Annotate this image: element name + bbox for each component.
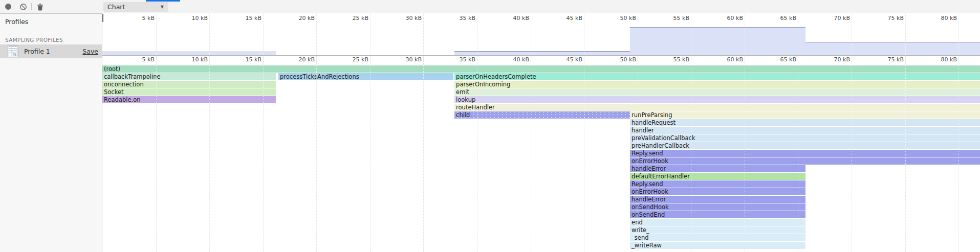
overview-area-step [630,27,805,55]
overview-axis-label: 50 kB [606,15,636,21]
overview-axis-label: 30 kB [392,15,422,21]
overview-cursor[interactable] [102,14,103,22]
grid-dash-overlay [370,65,371,252]
flame-segment[interactable]: handler [630,127,980,134]
overview-axis-label: 10 kB [178,15,208,21]
chart-axis-label: 75 kB [874,56,904,63]
overview-axis-label: 5 kB [125,15,155,21]
flame-segment[interactable]: Reply.send [630,150,980,157]
flame-segment[interactable]: end [630,219,805,226]
flame-segment[interactable]: processTicksAndRejections [278,73,453,80]
grid-line [477,13,477,55]
flame-segment[interactable]: lookup [454,96,980,103]
clear-glyph [19,3,27,11]
toolbar: Chart ▼ [0,0,980,14]
grid-line [423,13,424,55]
flame-segment[interactable]: Socket [102,88,276,96]
save-profile-link[interactable]: Save [82,48,98,55]
flame-segment[interactable]: preValidationCallback [630,134,980,142]
overview-axis-label: 20 kB [285,15,315,21]
overview-axis-label: 40 kB [499,15,529,21]
grid-line [209,13,210,55]
grid-line [531,13,531,55]
chart-axis-label: 45 kB [553,56,582,63]
svg-text:%: % [13,52,16,57]
grid-dash-overlay [423,65,424,252]
overview-axis-label: 65 kB [767,15,796,21]
overview-area-step [454,51,630,55]
sampling-profiles-header: SAMPLING PROFILES [5,37,63,43]
overview-axis-label: 45 kB [553,15,582,21]
chart-axis-label: 40 kB [499,56,529,63]
flame-segment[interactable]: onSendEnd [630,211,805,218]
flame-segment[interactable]: Reply.send [630,180,805,188]
view-mode-value: Chart [107,3,125,11]
chart-axis-label: 30 kB [392,56,422,63]
flame-segment[interactable]: handleError [630,196,805,203]
flame-segment[interactable]: onErrorHook [630,188,805,195]
flame-segment[interactable]: (root) [102,65,980,73]
grid-line [370,13,371,55]
flame-graph: (root)callbackTrampolineprocessTicksAndR… [102,65,980,252]
trash-glyph [37,3,43,11]
chart-axis-label: 35 kB [446,56,475,63]
overview-axis-label: 15 kB [232,15,262,21]
flame-segment[interactable]: _send [630,234,805,241]
record-icon[interactable] [4,2,13,11]
chart-axis-label: 5 kB [125,56,155,63]
chart-axis-label: 80 kB [927,56,957,63]
grid-line [316,13,317,55]
grid-line [156,13,157,55]
trash-icon[interactable] [35,2,45,11]
flame-segment[interactable]: emit [454,88,980,96]
overview-axis-label: 70 kB [820,15,850,21]
flame-segment[interactable]: routeHandler [454,104,980,111]
overview-axis-label: 75 kB [874,15,904,21]
flame-segment[interactable]: defaultErrorHandler [630,173,805,180]
flame-segment[interactable]: child [454,111,630,119]
record-dot [5,4,11,10]
flame-chart-pane: (root)callbackTrampolineprocessTicksAndR… [102,13,980,252]
overview-axis-label: 80 kB [927,15,957,21]
grid-line [584,13,584,55]
overview-axis-label: 60 kB [713,15,743,21]
clear-all-icon[interactable] [18,2,28,11]
overview-axis-label: 35 kB [446,15,475,21]
overview-area-step [102,52,276,55]
chart-axis-label: 50 kB [606,56,636,63]
flame-segment[interactable]: handleError [630,165,805,172]
overview-axis-label: 55 kB [660,15,689,21]
flame-segment[interactable]: parserOnHeadersComplete [454,73,980,80]
sidebar-title: Profiles [5,18,28,26]
selected-tab-indicator [146,0,180,2]
grid-dash-overlay [316,65,317,252]
flame-segment[interactable]: callbackTrampoline [102,73,276,80]
chart-axis-label: 10 kB [178,56,208,63]
profile-icon: % [8,45,18,57]
chart-axis-label: 60 kB [713,56,743,63]
flame-segment[interactable]: onSendHook [630,203,805,211]
chart-axis-label: 65 kB [767,56,796,63]
chart-axis-label: 25 kB [339,56,368,63]
view-mode-dropdown[interactable]: Chart ▼ [103,2,168,12]
profile-name: Profile 1 [24,48,50,55]
flame-segment[interactable]: preHandlerCallback [630,142,980,149]
chart-axis-label: 15 kB [232,56,262,63]
profile-list-item[interactable]: % Profile 1 Save [0,44,102,58]
flame-segment[interactable]: runPreParsing [630,111,980,119]
flame-segment[interactable]: onErrorHook [630,157,980,165]
flame-segment[interactable]: onconnection [102,81,276,88]
chevron-down-icon: ▼ [161,2,164,12]
flame-segment[interactable]: _writeRaw [630,242,805,249]
flame-segment[interactable]: write_ [630,226,805,234]
overview-axis-label: 25 kB [339,15,368,21]
chart-axis-label: 70 kB [820,56,850,63]
chart-axis-label: 55 kB [660,56,689,63]
profiles-sidebar: Profiles SAMPLING PROFILES % Profile 1 S… [0,14,102,252]
flame-segment[interactable]: Readable.on [102,96,276,103]
flame-segment[interactable]: handleRequest [630,119,980,126]
overview-area-step [805,42,980,55]
flame-segment[interactable]: parserOnIncoming [454,81,980,88]
toolbar-separator [31,3,32,10]
chart-axis-label: 20 kB [285,56,315,63]
